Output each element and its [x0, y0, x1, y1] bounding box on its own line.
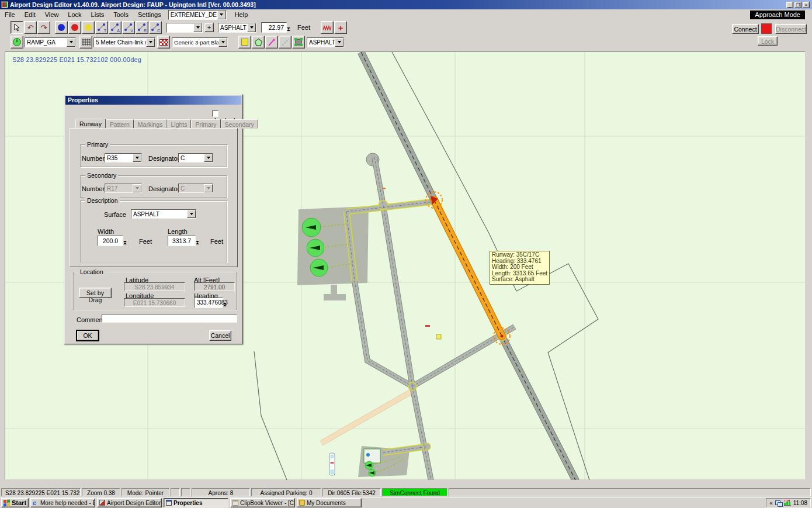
status-empty-1 — [171, 488, 180, 496]
description-group: Description Surface ASPHALT Width 200.0 … — [80, 201, 227, 262]
magenta-line-icon — [268, 38, 276, 47]
spin-down-icon[interactable] — [223, 305, 231, 312]
map-marker[interactable] — [382, 188, 386, 189]
polygon-tool-button[interactable] — [252, 36, 265, 49]
blast-fence-combobox[interactable]: Generic 3-part Blast Fence — [172, 37, 228, 47]
connect-button[interactable]: Connect — [732, 24, 759, 34]
length-spinner[interactable]: 3313.7 — [168, 236, 204, 246]
map-marker-square[interactable] — [436, 334, 441, 339]
tray-chevron-icon[interactable]: « — [769, 500, 773, 506]
menu-lock[interactable]: Lock — [63, 10, 86, 19]
length-label: Length — [168, 228, 188, 235]
pointer-tool-button[interactable] — [11, 21, 23, 34]
chevron-down-icon[interactable] — [247, 23, 256, 32]
map-marker[interactable] — [425, 325, 430, 327]
tab-primary[interactable]: Primary — [191, 119, 220, 129]
taxi-node-c-tool-button[interactable]: C — [149, 21, 162, 34]
disconnect-button[interactable]: Disconnect — [775, 24, 807, 34]
taskbar-item-ade[interactable]: Airport Design Editor v1... — [97, 498, 162, 507]
heading-spinner[interactable]: 333.476083 — [194, 298, 231, 308]
chevron-down-icon[interactable] — [133, 154, 141, 162]
surface-combobox[interactable]: ASPHALT — [131, 209, 196, 219]
spin-down-icon[interactable] — [123, 243, 131, 250]
link-type-combobox[interactable] — [166, 23, 203, 33]
connection-meter-icon[interactable] — [784, 500, 791, 506]
taskbar-item-properties[interactable]: Properties — [164, 498, 228, 507]
taxi-node-a-tool-button[interactable]: A — [109, 21, 122, 34]
taxi-node-t-tool-button[interactable]: T — [95, 21, 108, 34]
add-link-button[interactable]: + — [204, 23, 214, 32]
close-button[interactable]: × — [803, 2, 810, 8]
chevron-down-icon[interactable] — [335, 38, 343, 47]
measure-tool-button[interactable] — [279, 36, 292, 49]
chevron-down-icon[interactable] — [204, 154, 213, 162]
start-position-tool-button[interactable] — [11, 36, 23, 49]
red-dot-icon — [71, 24, 78, 31]
apron-stub[interactable] — [324, 294, 346, 300]
yellow-point-tool-button[interactable] — [82, 21, 95, 34]
chevron-down-icon[interactable] — [193, 23, 202, 32]
fence-type-combobox[interactable]: 5 Meter Chain-link with be — [93, 37, 155, 47]
primary-number-combobox[interactable]: R35 — [105, 153, 142, 163]
menu-help[interactable]: Help — [230, 10, 253, 19]
taxiway-width-spinner[interactable]: 22.97 — [261, 22, 295, 33]
start-button[interactable]: Start — [1, 498, 29, 507]
chevron-down-icon[interactable] — [217, 11, 226, 19]
add-runway-button[interactable]: + — [334, 21, 347, 34]
taxiway-width-value[interactable]: 22.97 — [261, 22, 287, 33]
window-titlebar[interactable]: Airport Design Editor v1.40.09. Airport … — [0, 0, 812, 9]
chevron-down-icon[interactable] — [146, 38, 155, 47]
menu-settings[interactable]: Settings — [133, 10, 166, 19]
menu-bar: File Edit View Lock Lists Tools Settings… — [0, 9, 812, 20]
lock-button[interactable]: Lock — [758, 36, 778, 46]
ramp-type-combobox[interactable]: RAMP_GA — [25, 37, 76, 47]
network-icon[interactable] — [775, 500, 782, 506]
runway-lights-tool-button[interactable] — [321, 21, 334, 34]
taxi-node-r-tool-button[interactable]: R — [136, 21, 148, 34]
tab-pattern[interactable]: Pattern — [106, 119, 134, 129]
taskbar-item-clipbook[interactable]: ClipBook Viewer - [Clipbo... — [230, 498, 295, 507]
width-feet-label: Feet — [139, 238, 152, 245]
blue-point-tool-button[interactable] — [55, 21, 68, 34]
spin-down-icon[interactable] — [196, 243, 204, 250]
yellow-area-tool-button[interactable] — [238, 36, 251, 49]
tab-secondary[interactable]: Secondary — [221, 119, 258, 129]
comments-input[interactable] — [102, 314, 237, 323]
chevron-down-icon[interactable] — [67, 38, 75, 47]
taxiway-surface-combobox[interactable]: ASPHALT — [218, 23, 256, 33]
apron-tool-button[interactable] — [292, 36, 305, 49]
undo-button[interactable]: ↶ — [24, 21, 37, 34]
tab-lights[interactable]: Lights — [166, 119, 191, 129]
taxi-node-v-tool-button[interactable]: V — [122, 21, 135, 34]
checker-icon — [159, 39, 168, 46]
dialog-titlebar[interactable]: Properties — [65, 96, 241, 105]
tab-markings[interactable]: Markings — [134, 119, 167, 129]
chevron-down-icon[interactable] — [218, 38, 227, 47]
menu-edit[interactable]: Edit — [20, 10, 40, 19]
cancel-button[interactable]: Cancel — [209, 330, 231, 341]
red-point-tool-button[interactable] — [68, 21, 81, 34]
minimize-button[interactable]: _ — [786, 2, 793, 8]
apron-surface-combobox[interactable]: ASPHALT — [307, 37, 344, 47]
taskbar-item-browser[interactable]: e More help needed - EDD... — [30, 498, 95, 507]
restore-button[interactable]: ❐ — [794, 2, 801, 8]
menu-view[interactable]: View — [40, 10, 64, 19]
taskbar-item-my-documents[interactable]: My Documents — [297, 498, 362, 507]
grid-tool-button[interactable] — [79, 36, 92, 49]
density-combobox[interactable]: EXTREMELY_DENSE — [168, 10, 227, 20]
tooltip-width: Width: 200 Feet — [492, 264, 547, 271]
menu-tools[interactable]: Tools — [109, 10, 133, 19]
blast-pad-tool-button[interactable] — [157, 36, 170, 49]
vector-tool-button[interactable] — [265, 36, 278, 49]
runway-tooltip: Runway: 35C/17C Heading: 333.4761 Width:… — [490, 251, 550, 285]
menu-file[interactable]: File — [0, 10, 20, 19]
taxiway-junctions[interactable] — [379, 201, 506, 450]
chevron-down-icon[interactable] — [187, 210, 196, 218]
menu-lists[interactable]: Lists — [86, 10, 109, 19]
checkbox-icon[interactable] — [212, 110, 218, 117]
ok-button[interactable]: OK — [77, 330, 99, 341]
width-spinner[interactable]: 200.0 — [98, 236, 131, 246]
set-by-drag-button[interactable]: Set by Drag — [79, 288, 112, 298]
redo-button[interactable]: ↷ — [37, 21, 50, 34]
primary-designator-combobox[interactable]: C — [178, 153, 213, 163]
